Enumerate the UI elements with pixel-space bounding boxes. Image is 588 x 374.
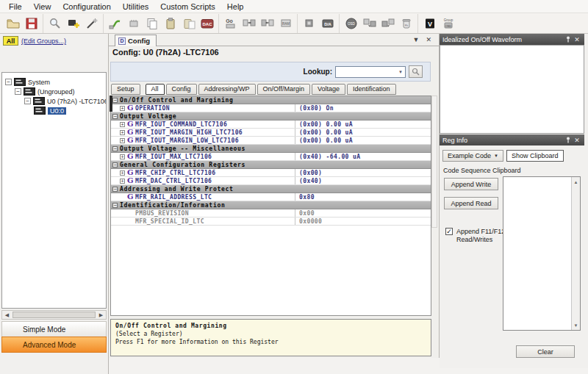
register-value[interactable]: (0x40) (299, 178, 322, 184)
register-row-pmbus-revision[interactable]: + G PMBUS_REVISION 0x00 (111, 209, 431, 217)
textarea-scrollbar[interactable]: ▲ ▼ (571, 177, 580, 330)
section-collapse-icon[interactable]: − (112, 146, 118, 151)
ram-box-icon[interactable]: RAM (276, 15, 295, 32)
go-online-icon[interactable]: Go (221, 15, 240, 32)
register-value[interactable]: (0x00) 0.00 uA (299, 129, 353, 136)
register-value[interactable]: (0x00) 0.00 uA (299, 121, 353, 128)
paste-special-icon[interactable] (179, 15, 198, 32)
row-expand-icon[interactable]: + (120, 106, 125, 111)
row-expand-icon[interactable]: + (120, 179, 125, 184)
section-identification-information[interactable]: − Identification/Information (111, 201, 431, 209)
register-value[interactable]: (0x80) On (299, 105, 334, 112)
show-clipboard-button[interactable]: Show Clipboard (506, 150, 564, 162)
menu-file[interactable]: File (3, 1, 28, 12)
scrollbar-thumb[interactable] (12, 312, 96, 318)
close-icon[interactable]: ✕ (573, 137, 581, 144)
section-collapse-icon[interactable]: − (112, 203, 118, 208)
scroll-down-icon[interactable]: ▼ (572, 321, 580, 329)
tree-node-system[interactable]: − System (2, 77, 106, 87)
register-row-mfr-iout-margin-high-ltc7106[interactable]: + G MFR_IOUT_MARGIN_HIGH_LTC7106 (0x00) … (111, 129, 431, 137)
section-collapse-icon[interactable]: − (112, 162, 118, 168)
close-icon[interactable]: ✕ (573, 36, 581, 43)
scroll-left-icon[interactable]: ◀ (2, 311, 12, 319)
section-output-voltage-miscellaneous[interactable]: − Output Voltage -- Miscellaneous (111, 145, 431, 153)
tab-setup[interactable]: Setup (111, 84, 140, 95)
find-icon[interactable] (46, 15, 64, 32)
code-clipboard-textarea[interactable]: ▲ ▼ (503, 176, 581, 331)
tree-expander-icon[interactable]: − (15, 88, 21, 95)
menu-help[interactable]: Help (221, 1, 250, 12)
nvm-to-ram-icon[interactable] (379, 15, 397, 32)
all-group-badge[interactable]: All (3, 36, 18, 46)
section-output-voltage[interactable]: − Output Voltage (111, 112, 431, 121)
register-row-mfr-iout-command-ltc7106[interactable]: + G MFR_IOUT_COMMAND_LTC7106 (0x00) 0.00… (111, 121, 431, 129)
tab-identification[interactable]: Identification (347, 84, 396, 95)
connect-icon[interactable] (106, 15, 124, 32)
simple-mode-button[interactable]: Simple Mode (1, 321, 107, 337)
cpu-icon[interactable] (300, 15, 318, 32)
tab-all[interactable]: All (146, 84, 165, 95)
register-value[interactable]: (0x00) 0.00 uA (299, 137, 353, 144)
section-addressing-and-write-protect[interactable]: − Addressing and Write Protect (111, 185, 431, 193)
tab-addressing-wp[interactable]: Addressing/WP (198, 84, 256, 95)
copy-icon[interactable] (143, 15, 161, 32)
tab-on-off-margin[interactable]: On/Off/Margin (257, 84, 310, 95)
wizard-icon[interactable] (82, 15, 101, 32)
ram-to-pc-icon[interactable] (258, 15, 276, 32)
section-collapse-icon[interactable]: − (112, 98, 118, 103)
chevron-down-icon[interactable]: ▼ (398, 70, 405, 74)
tab-config[interactable]: Config (166, 84, 197, 95)
osd-icon[interactable]: OSD (342, 15, 360, 32)
open-file-icon[interactable] (4, 15, 22, 32)
menu-view[interactable]: View (28, 1, 57, 12)
clear-button[interactable]: Clear (516, 345, 575, 358)
register-value[interactable]: (0x00) (299, 170, 322, 176)
register-value[interactable]: (0x40) -64.00 uA (299, 154, 360, 160)
register-row-operation[interactable]: + G OPERATION (0x80) On (111, 104, 431, 112)
dac-icon[interactable]: DAC (198, 15, 216, 32)
scroll-up-icon[interactable]: ▲ (572, 178, 580, 186)
section-collapse-icon[interactable]: − (112, 114, 118, 119)
register-row-mfr-dac-ctrl-ltc7106[interactable]: + G MFR_DAC_CTRL_LTC7106 (0x40) (111, 177, 431, 185)
tree-node-u0-0[interactable]: U0:0 (2, 106, 106, 115)
example-code-button[interactable]: Example Code ▼ (442, 150, 503, 162)
save-icon[interactable] (22, 15, 40, 32)
lookup-combobox[interactable]: ▼ (335, 66, 406, 78)
ram-to-nvm-icon[interactable] (360, 15, 379, 32)
section-collapse-icon[interactable]: − (112, 187, 118, 192)
tab-voltage[interactable]: Voltage (312, 84, 345, 95)
da-converter-icon[interactable]: D/A (318, 15, 337, 32)
row-expand-icon[interactable]: + (120, 122, 125, 127)
register-row-mfr-chip-ctrl-ltc7106[interactable]: + G MFR_CHIP_CTRL_LTC7106 (0x00) (111, 169, 431, 177)
register-value[interactable]: 0x00 (299, 210, 315, 217)
group-osd-icon[interactable]: GroupOSD (439, 15, 457, 32)
config-document-tab[interactable]: D Config (115, 35, 157, 46)
advanced-mode-button[interactable]: Advanced Mode (1, 337, 107, 353)
append-f11-f12-checkbox[interactable]: ✓ (445, 228, 453, 235)
row-expand-icon[interactable]: + (120, 170, 125, 176)
nvm-store-icon[interactable]: Fh (397, 15, 415, 32)
register-value[interactable]: 0x80 (299, 194, 315, 201)
edit-groups-link[interactable]: (Edit Groups...) (21, 37, 66, 45)
tree-horizontal-scrollbar[interactable]: ◀ ▶ (1, 310, 107, 320)
register-row-mfr-iout-margin-low-ltc7106[interactable]: + G MFR_IOUT_MARGIN_LOW_LTC7106 (0x00) 0… (111, 137, 431, 145)
row-expand-icon[interactable]: + (120, 154, 125, 159)
tree-node-ungrouped[interactable]: − (Ungrouped) (2, 87, 106, 96)
pc-to-ram-icon[interactable] (240, 15, 258, 32)
row-expand-icon[interactable]: + (120, 130, 125, 135)
register-value[interactable]: 0x0000 (299, 218, 322, 225)
register-row-mfr-special-id-ltc[interactable]: + G MFR_SPECIAL_ID_LTC 0x0000 (111, 217, 431, 226)
ram-chip-icon[interactable] (124, 15, 143, 32)
register-row-mfr-iout-max-ltc7106[interactable]: + G MFR_IOUT_MAX_LTC7106 (0x40) -64.00 u… (111, 153, 431, 161)
verify-icon[interactable]: V (420, 15, 439, 32)
menu-configuration[interactable]: Configuration (57, 1, 116, 12)
section-general-configuration-registers[interactable]: − General Configuration Registers (111, 161, 431, 169)
table-vertical-scrollbar[interactable] (431, 96, 437, 228)
scroll-right-icon[interactable]: ▶ (96, 311, 106, 319)
row-expand-icon[interactable]: + (120, 138, 125, 143)
paste-icon[interactable] (161, 15, 179, 32)
table-scrollbar-thumb[interactable] (110, 96, 112, 112)
lookup-search-button[interactable] (409, 65, 423, 78)
register-row-mfr-rail-address-ltc[interactable]: + G MFR_RAIL_ADDRESS_LTC 0x80 (111, 193, 431, 201)
pin-icon[interactable] (564, 36, 573, 43)
